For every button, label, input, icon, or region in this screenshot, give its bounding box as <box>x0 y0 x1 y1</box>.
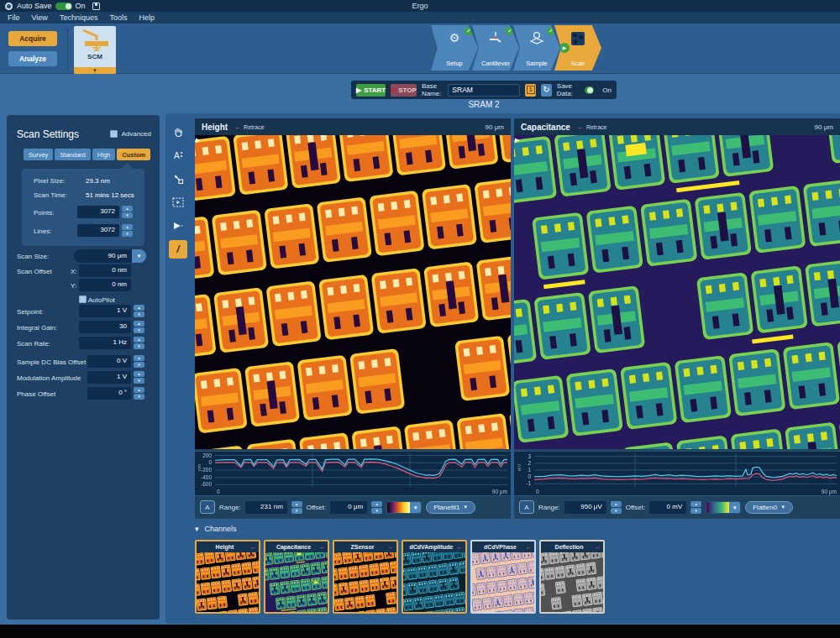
trace-direction[interactable]: ←Retrace <box>577 123 607 131</box>
capacitance-image[interactable] <box>514 135 840 449</box>
offset-x-field[interactable]: 0 nm <box>79 264 131 277</box>
base-name-input[interactable] <box>448 84 520 97</box>
pan-tool-button[interactable] <box>169 123 187 141</box>
menu-file[interactable]: File <box>8 13 20 22</box>
scan-rate-label: Scan Rate: <box>17 340 50 348</box>
sample-dc-bias-stepper[interactable]: ▲▼ <box>134 355 144 368</box>
analyze-button[interactable]: Analyze <box>8 51 57 66</box>
retrace-arrow-icon: ← <box>526 544 532 550</box>
autoscale-button[interactable]: A <box>519 500 534 514</box>
offset-field[interactable]: 0 μm <box>330 501 367 514</box>
x-axis-max: 90 μm <box>822 489 837 494</box>
modulation-amplitude-label: Modulation Amplitude <box>17 374 81 382</box>
tab-survey[interactable]: Survey <box>24 149 53 160</box>
scan-rate-stepper[interactable]: ▲▼ <box>134 337 144 349</box>
workflow-step-setup[interactable]: ⚙ ✓ Setup <box>431 25 478 71</box>
menu-tools[interactable]: Tools <box>109 13 127 22</box>
chevron-down-icon: ▾ <box>195 525 199 533</box>
retrace-arrow-icon: ← <box>595 544 601 550</box>
integral-gain-stepper[interactable]: ▲▼ <box>134 321 144 333</box>
height-profile-chart[interactable]: nm 2000-200-400-600 0 90 μm <box>195 451 511 496</box>
autoscale-button[interactable]: A <box>200 500 215 514</box>
colormap-dropdown[interactable]: ▼ <box>386 501 422 514</box>
pointer-tool-button[interactable] <box>169 217 187 235</box>
offset-y-field[interactable]: 0 nm <box>79 279 131 291</box>
stop-button[interactable]: STOP <box>391 84 417 97</box>
line-profile-tool-button[interactable]: / <box>169 240 187 259</box>
select-tool-button[interactable] <box>169 170 187 188</box>
offset-stepper[interactable]: ▲▼ <box>690 501 701 514</box>
chevron-down-icon: ▼ <box>729 502 740 513</box>
continuous-scan-button[interactable]: ↻ <box>541 84 552 97</box>
capacitance-profile-chart[interactable]: mV 3210-1 0 90 μm <box>514 451 840 496</box>
annotate-tool-button[interactable]: A <box>169 146 187 165</box>
menu-help[interactable]: Help <box>139 13 155 22</box>
svg-text:A: A <box>174 151 180 160</box>
channel-thumb-dcdvphase[interactable]: dCdVPhase ← <box>470 540 536 614</box>
chevron-down-icon: ▼ <box>463 505 468 510</box>
app-window: Auto Save On Ergo File View Techniques T… <box>0 0 840 638</box>
menu-techniques[interactable]: Techniques <box>60 13 98 22</box>
channel-thumb-dcdvamplitude[interactable]: dCdVAmplitude ← <box>402 540 467 614</box>
offset-field[interactable]: 0 mV <box>649 501 686 514</box>
colormap-dropdown[interactable]: ▼ <box>706 501 741 514</box>
range-field[interactable]: 950 μV <box>564 501 606 514</box>
tab-custom[interactable]: Custom <box>117 149 150 160</box>
trace-direction[interactable]: ←Retrace <box>234 123 265 131</box>
mode-card-scm[interactable]: SCM ▼ <box>74 26 116 74</box>
range-field[interactable]: 231 nm <box>245 501 287 514</box>
workflow-step-cantilever[interactable]: ✓ Cantilever <box>472 25 519 71</box>
channel-thumb-height[interactable]: Height ← <box>195 540 260 614</box>
mode-dropdown[interactable]: ▼ <box>74 67 116 74</box>
menu-view[interactable]: View <box>32 13 48 22</box>
flatten-dropdown[interactable]: Flatten0▼ <box>745 501 793 514</box>
tab-standard[interactable]: Standard <box>55 149 90 160</box>
points-label: Points: <box>34 209 54 217</box>
save-data-toggle[interactable] <box>585 86 595 94</box>
app-logo-icon <box>5 3 13 10</box>
points-stepper[interactable]: ▲▼ <box>122 206 133 218</box>
start-button[interactable]: ▶START <box>356 84 386 97</box>
phase-offset-stepper[interactable]: ▲▼ <box>134 387 144 400</box>
points-field[interactable]: 3072 <box>77 206 119 218</box>
workflow-steps: ⚙ ✓ Setup ✓ Cantilever ✓ Sample <box>437 25 601 71</box>
frame-count-button[interactable]: 1 <box>525 84 536 97</box>
autosave-toggle[interactable] <box>55 3 72 10</box>
save-icon[interactable] <box>92 3 100 10</box>
lines-field[interactable]: 3072 <box>77 224 119 237</box>
sample-dc-bias-field[interactable]: 0 V <box>87 355 131 368</box>
acquire-button[interactable]: Acquire <box>8 31 57 46</box>
range-stepper[interactable]: ▲▼ <box>611 501 622 514</box>
scan-scale: 90 μm <box>486 123 504 131</box>
range-stepper[interactable]: ▲▼ <box>291 501 302 514</box>
workflow-step-sample[interactable]: ✓ Sample <box>513 25 560 71</box>
advanced-checkbox[interactable] <box>110 130 118 138</box>
offset-stepper[interactable]: ▲▼ <box>371 501 382 514</box>
channels-header[interactable]: ▾ Channels <box>195 525 840 533</box>
channel-thumb-capacitance[interactable]: Capacitance ← <box>264 540 329 614</box>
phase-offset-field[interactable]: 0 ° <box>87 387 131 400</box>
channels-section: ▾ Channels Height ← Capacitance ← ZSenso… <box>195 525 840 621</box>
workflow-step-scan[interactable]: ▶ Scan <box>554 25 601 71</box>
scan-name-title: SRAM 2 <box>351 100 617 109</box>
thumb-label: Capacitance <box>268 544 319 550</box>
setpoint-stepper[interactable]: ▲▼ <box>134 305 144 317</box>
channel-thumb-deflection[interactable]: Deflection ← <box>539 540 605 614</box>
thumb-image <box>541 552 603 612</box>
autosave-state: On <box>76 2 86 10</box>
scan-size-dropdown[interactable]: 90 μm▼ <box>74 249 146 263</box>
region-tool-button[interactable] <box>169 193 187 212</box>
height-image[interactable] <box>195 135 511 449</box>
integral-gain-field[interactable]: 30 <box>79 321 131 333</box>
autopilot-checkbox[interactable] <box>79 295 87 303</box>
chevron-down-icon: ▼ <box>410 502 421 513</box>
modulation-amplitude-field[interactable]: 1 V <box>87 371 131 384</box>
planefit-dropdown[interactable]: Planefit1▼ <box>426 501 475 514</box>
tab-high[interactable]: High <box>92 149 115 160</box>
scan-rate-field[interactable]: 1 Hz <box>79 337 131 349</box>
lines-stepper[interactable]: ▲▼ <box>122 224 133 237</box>
channel-thumb-zsensor[interactable]: ZSensor ← <box>333 540 398 614</box>
cantilever-probe-icon <box>78 28 112 53</box>
setpoint-field[interactable]: 1 V <box>79 305 131 317</box>
modulation-amplitude-stepper[interactable]: ▲▼ <box>134 371 144 384</box>
